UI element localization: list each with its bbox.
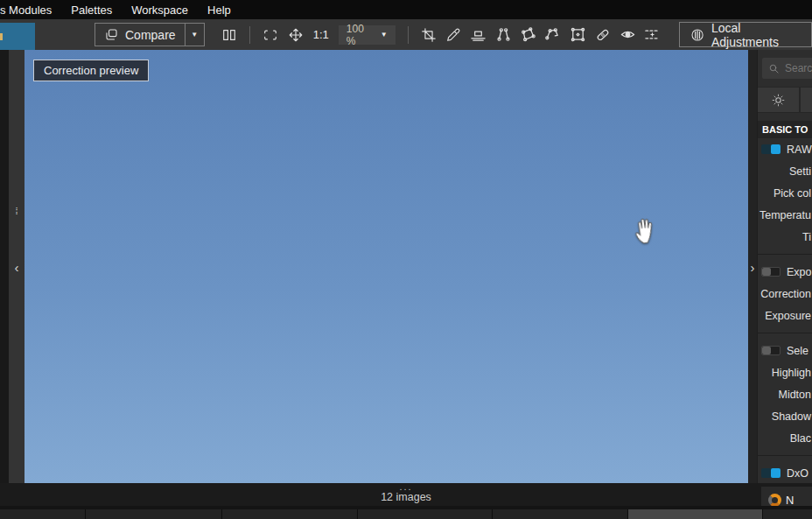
collapse-right-panel-chevron-icon[interactable]: › — [748, 260, 757, 275]
menu-workspace[interactable]: Workspace — [122, 0, 198, 19]
menu-palettes[interactable]: Palettes — [61, 0, 122, 19]
zoom-level-value: 100 % — [346, 23, 372, 47]
zoom-level-dropdown[interactable]: 100 % ▼ — [339, 25, 396, 45]
row-shadows[interactable]: Shadow — [758, 405, 812, 427]
panel-divider — [758, 455, 812, 456]
rectangle-perspective-button[interactable] — [567, 23, 588, 46]
photolab-window: s Modules Palettes Workspace Help Compar… — [0, 0, 812, 519]
row-label: Correction — [760, 288, 811, 300]
free-perspective-button[interactable] — [542, 23, 564, 46]
filmstrip-thumbnail[interactable] — [763, 509, 812, 519]
row-label: Exposure — [765, 310, 811, 322]
row-exposure[interactable]: Exposure — [758, 305, 812, 326]
local-adjustments-icon — [690, 27, 704, 43]
row-label: Midton — [778, 389, 811, 401]
row-selective-tone[interactable]: Sele — [758, 340, 812, 361]
sun-icon — [771, 93, 786, 108]
row-dxo-smart-lighting[interactable]: DxO — [758, 462, 812, 483]
row-label: Expo — [787, 266, 812, 278]
free-points-icon — [544, 26, 561, 43]
split-view-icon — [221, 27, 237, 43]
row-label: Temperatu — [760, 209, 811, 221]
filmstrip-thumbnail[interactable] — [86, 509, 221, 519]
row-setting[interactable]: Setti — [758, 160, 812, 182]
row-pick-color[interactable]: Pick col — [758, 182, 812, 204]
bottom-status-bar: ... 12 images N — [0, 483, 812, 506]
crop-icon — [421, 27, 437, 43]
toolbar-separator — [249, 26, 250, 44]
parallel-lines-icon — [495, 26, 512, 43]
row-label: Setti — [789, 165, 811, 178]
zoom-1-1-button[interactable]: 1:1 — [313, 28, 329, 41]
dashed-blur-icon — [644, 26, 661, 43]
horizon-icon — [470, 26, 486, 43]
menu-bar: s Modules Palettes Workspace Help — [0, 0, 812, 19]
eyedropper-icon — [445, 27, 461, 43]
local-adjustments-button[interactable]: Local Adjustments — [679, 22, 812, 47]
correction-preview-badge: Correction preview — [33, 60, 149, 81]
toggle-on-icon[interactable] — [761, 468, 780, 478]
image-count-label: 12 images — [0, 491, 812, 503]
row-label: Highligh — [772, 367, 811, 379]
fit-to-screen-button[interactable] — [260, 23, 281, 46]
next-palette-tab[interactable] — [801, 88, 812, 112]
search-icon — [768, 63, 780, 74]
toggle-off-icon[interactable] — [761, 346, 780, 355]
filmstrip-thumbnail[interactable] — [0, 509, 85, 519]
filmstrip-thumbnail[interactable] — [222, 509, 357, 519]
row-exposure-compensation[interactable]: Expo — [758, 261, 812, 283]
compare-dropdown-arrow[interactable]: ▼ — [185, 24, 204, 46]
miniature-effect-button[interactable] — [641, 23, 662, 46]
collapse-left-panel-chevron-icon[interactable]: ‹ — [9, 260, 24, 275]
row-correction[interactable]: Correction — [758, 283, 812, 305]
image-viewer[interactable]: Correction preview — [24, 50, 748, 483]
row-highlights[interactable]: Highligh — [758, 361, 812, 383]
row-midtones[interactable]: Midton — [758, 383, 812, 405]
main-area: ⁞ ‹ Correction preview › — [0, 50, 812, 483]
panel-divider — [758, 333, 812, 333]
row-label: Shadow — [772, 410, 811, 423]
menu-modules[interactable]: s Modules — [0, 0, 61, 19]
crop-tool-button[interactable] — [418, 23, 439, 46]
repair-icon — [595, 27, 611, 43]
row-label: Sele — [787, 345, 808, 357]
zoom-dropdown-arrow: ▼ — [381, 31, 388, 39]
filmstrip — [0, 506, 812, 519]
row-raw-white-balance[interactable]: RAW — [758, 138, 812, 160]
row-label: DxO — [787, 467, 808, 480]
filmstrip-thumbnail[interactable] — [358, 509, 492, 519]
row-label: RAW — [787, 144, 812, 156]
search-box[interactable] — [762, 58, 812, 79]
left-edge-rail — [0, 50, 9, 483]
row-label: Pick col — [774, 187, 811, 200]
perspective-4point-button[interactable] — [517, 23, 538, 46]
quad-points-icon — [520, 26, 536, 43]
light-palette-tab[interactable] — [758, 88, 799, 112]
pan-tool-button[interactable] — [284, 23, 305, 46]
filmstrip-thumbnail[interactable] — [493, 509, 627, 519]
row-blacks[interactable]: Blac — [758, 427, 812, 449]
row-temperature[interactable]: Temperatu — [758, 204, 812, 226]
force-parallel-button[interactable] — [493, 23, 514, 46]
nik-collection-label: N — [786, 494, 794, 507]
horizon-tool-button[interactable] — [467, 23, 488, 46]
compare-button[interactable]: Compare ▼ — [94, 23, 205, 46]
row-label: Ti — [802, 231, 811, 243]
red-eye-tool-button[interactable] — [617, 23, 638, 46]
section-header-basic-tools[interactable]: BASIC TO — [758, 121, 812, 138]
white-balance-picker-button[interactable] — [443, 23, 464, 46]
toggle-on-icon[interactable] — [761, 144, 780, 154]
repair-tool-button[interactable] — [592, 23, 613, 46]
rect-points-icon — [570, 26, 586, 43]
compare-icon — [104, 27, 119, 42]
split-view-button[interactable] — [219, 23, 240, 46]
search-input[interactable] — [785, 62, 812, 74]
row-tint[interactable]: Ti — [758, 226, 812, 248]
toggle-off-icon[interactable] — [761, 267, 780, 277]
menu-help[interactable]: Help — [198, 0, 241, 19]
left-palette-rail: ⁞ ‹ — [9, 50, 24, 483]
active-workspace-tab[interactable] — [0, 23, 35, 50]
hand-cursor-icon — [630, 214, 658, 247]
filmstrip-thumbnail-selected[interactable] — [628, 509, 762, 519]
drag-grip-icon[interactable]: ⁞ — [9, 208, 24, 214]
